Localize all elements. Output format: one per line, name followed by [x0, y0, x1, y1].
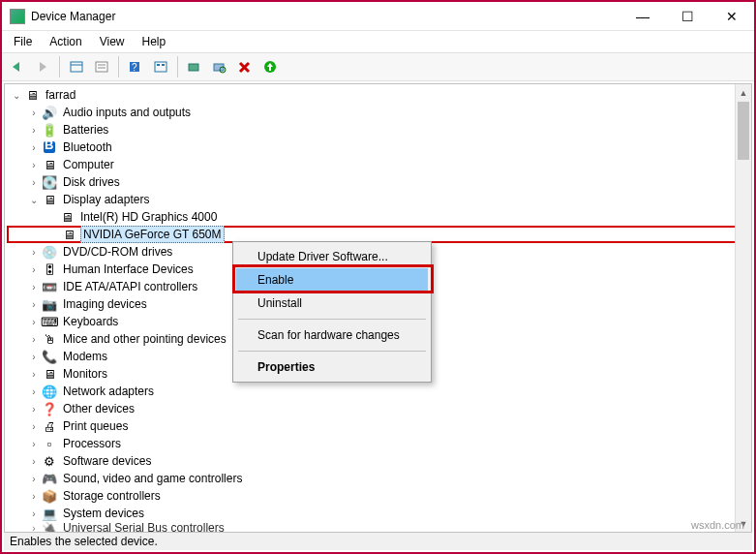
- vertical-scrollbar[interactable]: ▲ ▼: [735, 84, 751, 532]
- tree-item-label: Mice and other pointing devices: [61, 331, 228, 347]
- tree-item-label: Print queues: [61, 418, 130, 434]
- properties-button[interactable]: [90, 55, 113, 78]
- svg-rect-2: [71, 62, 82, 72]
- tree-item[interactable]: ›Print queues: [7, 417, 751, 435]
- tree-item[interactable]: ›Sound, video and game controllers: [7, 470, 751, 487]
- expander-icon[interactable]: ›: [26, 508, 42, 519]
- expander-icon[interactable]: ›: [26, 474, 42, 484]
- maximize-button[interactable]: ☐: [665, 2, 710, 31]
- ic-soft-icon: [42, 453, 57, 469]
- tree-item[interactable]: ›Batteries: [7, 121, 751, 138]
- expander-icon[interactable]: ›: [26, 264, 42, 275]
- tree-item[interactable]: ›Computer: [7, 156, 751, 173]
- expander-icon[interactable]: ›: [26, 439, 42, 449]
- expander-icon[interactable]: ›: [26, 282, 42, 292]
- tree-item[interactable]: ›System devices: [7, 505, 751, 522]
- ic-sys-icon: [42, 506, 57, 521]
- expander-icon[interactable]: ›: [26, 299, 42, 310]
- tree-item[interactable]: ⌄Display adapters: [7, 191, 751, 208]
- scroll-up-arrow[interactable]: ▲: [736, 84, 751, 101]
- ic-hid-icon: [42, 262, 57, 277]
- view-button[interactable]: [149, 55, 172, 78]
- status-text: Enables the selected device.: [10, 535, 158, 548]
- context-menu-item[interactable]: Properties: [236, 355, 428, 379]
- app-icon: [10, 9, 25, 24]
- ic-disk-icon: [42, 174, 57, 190]
- ic-svg-icon: [42, 471, 57, 486]
- menu-help[interactable]: Help: [135, 33, 174, 50]
- svg-rect-11: [162, 64, 165, 66]
- tree-item-label: Modems: [61, 349, 109, 364]
- menu-view[interactable]: View: [92, 33, 133, 50]
- tree-item-label: Display adapters: [61, 192, 151, 207]
- expander-icon[interactable]: ›: [26, 386, 42, 397]
- tree-item-label: Disk drives: [61, 174, 122, 190]
- ic-display-icon: [42, 192, 57, 207]
- expander-icon[interactable]: ›: [26, 352, 42, 362]
- expander-icon[interactable]: ›: [26, 456, 42, 467]
- ic-net-icon: [42, 384, 57, 399]
- back-button[interactable]: [6, 55, 29, 78]
- expander-icon[interactable]: ›: [26, 160, 42, 170]
- tree-item[interactable]: ›Storage controllers: [7, 487, 751, 505]
- expander-icon[interactable]: ›: [26, 142, 42, 153]
- context-menu-item[interactable]: Enable: [236, 268, 428, 292]
- show-hidden-button[interactable]: [65, 55, 88, 78]
- expander-icon[interactable]: ⌄: [9, 90, 24, 101]
- statusbar: Enables the selected device.: [4, 533, 752, 550]
- ic-storage-icon: [42, 488, 57, 504]
- expander-icon[interactable]: ›: [26, 334, 42, 345]
- tree-item[interactable]: ›Other devices: [7, 400, 751, 417]
- tree-item[interactable]: ›Bluetooth: [7, 138, 751, 156]
- ic-gpu-dis-icon: [61, 227, 76, 242]
- scroll-thumb[interactable]: [738, 102, 749, 160]
- expander-icon[interactable]: ›: [26, 108, 42, 118]
- svg-rect-10: [157, 64, 160, 66]
- tree-item-label: Network adapters: [61, 384, 156, 399]
- tree-item-label: Bluetooth: [61, 139, 114, 155]
- ic-other-icon: [42, 401, 57, 416]
- context-menu-separator: [238, 319, 426, 320]
- tree-child-item[interactable]: Intel(R) HD Graphics 4000: [7, 208, 751, 226]
- expander-icon[interactable]: ›: [26, 177, 42, 188]
- separator: [59, 56, 60, 77]
- svg-rect-9: [155, 62, 166, 72]
- svg-rect-4: [96, 62, 107, 72]
- context-menu-item[interactable]: Update Driver Software...: [236, 245, 428, 268]
- ic-usb-icon: [42, 522, 57, 533]
- tree-item[interactable]: ›Network adapters: [7, 383, 751, 400]
- delete-button[interactable]: [233, 55, 257, 78]
- tree-item[interactable]: ›Universal Serial Bus controllers: [7, 522, 751, 533]
- scan-button[interactable]: [208, 55, 231, 78]
- ic-computer-icon: [42, 157, 57, 172]
- forward-button[interactable]: [31, 55, 54, 78]
- ic-dvd-icon: [42, 244, 57, 260]
- tree-item[interactable]: ›Disk drives: [7, 173, 751, 191]
- tree-item[interactable]: ›Software devices: [7, 452, 751, 470]
- ic-root-icon: [24, 87, 40, 103]
- tree-item[interactable]: ›Processors: [7, 435, 751, 452]
- expander-icon[interactable]: ›: [26, 125, 42, 136]
- expander-icon[interactable]: ⌄: [26, 195, 42, 205]
- tree-item[interactable]: ›Audio inputs and outputs: [7, 104, 751, 121]
- context-menu-item[interactable]: Scan for hardware changes: [236, 323, 428, 347]
- enable-button[interactable]: [258, 55, 282, 78]
- menu-action[interactable]: Action: [42, 33, 89, 50]
- update-driver-button[interactable]: [183, 55, 206, 78]
- ic-monitor-icon: [42, 366, 57, 382]
- tree-item-label: Other devices: [61, 401, 136, 416]
- expander-icon[interactable]: ›: [26, 491, 42, 502]
- expander-icon[interactable]: ›: [26, 369, 42, 380]
- expander-icon[interactable]: ›: [26, 247, 42, 258]
- context-menu-item[interactable]: Uninstall: [236, 292, 428, 315]
- help-button[interactable]: ?: [124, 55, 147, 78]
- tree-item-label: NVIDIA GeForce GT 650M: [80, 226, 225, 243]
- tree-root[interactable]: ⌄farrad: [7, 86, 751, 104]
- close-button[interactable]: ✕: [710, 2, 754, 31]
- expander-icon[interactable]: ›: [26, 523, 42, 534]
- expander-icon[interactable]: ›: [26, 404, 42, 415]
- menu-file[interactable]: File: [6, 33, 40, 50]
- tree-item-label: Universal Serial Bus controllers: [61, 522, 227, 533]
- expander-icon[interactable]: ›: [26, 421, 42, 432]
- minimize-button[interactable]: —: [620, 2, 665, 31]
